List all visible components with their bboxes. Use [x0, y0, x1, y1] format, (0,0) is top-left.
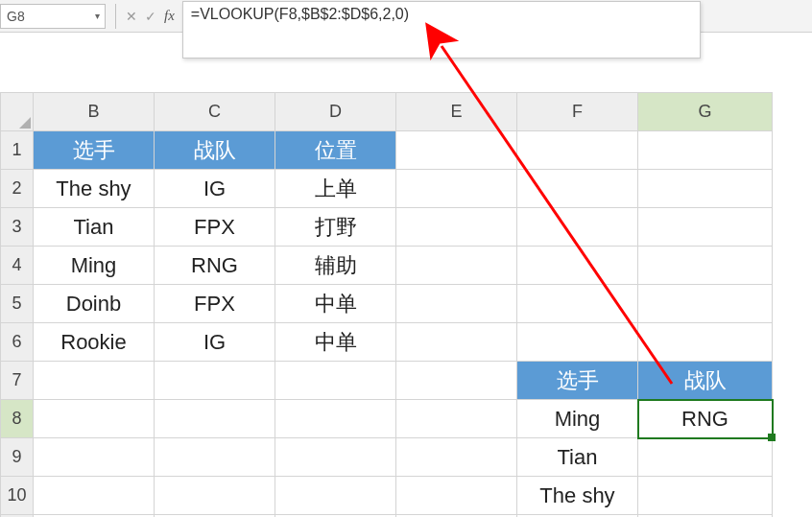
formula-input[interactable]: =VLOOKUP(F8,$B$2:$D$6,2,0) [182, 1, 701, 59]
cell-E2[interactable] [396, 170, 517, 208]
cell-F3[interactable] [517, 208, 638, 247]
col-header-G[interactable]: G [638, 93, 773, 131]
row-header-3[interactable]: 3 [1, 208, 34, 247]
cancel-icon[interactable]: ✕ [122, 5, 141, 28]
row-10: 10 The shy [1, 477, 773, 515]
row-header-8[interactable]: 8 [1, 400, 34, 438]
row-3: 3 Tian FPX 打野 [1, 208, 773, 247]
cell-E6[interactable] [396, 323, 517, 362]
cell-D5[interactable]: 中单 [275, 285, 396, 323]
cell-D2[interactable]: 上单 [275, 170, 396, 208]
cell-G6[interactable] [638, 323, 773, 362]
cell-E4[interactable] [396, 247, 517, 285]
cell-E7[interactable] [396, 362, 517, 400]
select-all-corner[interactable] [1, 93, 34, 131]
cell-C3[interactable]: FPX [155, 208, 275, 247]
cell-B6[interactable]: Rookie [34, 323, 155, 362]
cell-F4[interactable] [517, 247, 638, 285]
cell-E9[interactable] [396, 438, 517, 477]
cell-F8[interactable]: Ming [517, 400, 638, 438]
cell-C9[interactable] [155, 438, 275, 477]
cell-B1[interactable]: 选手 [34, 131, 155, 170]
cell-C7[interactable] [155, 362, 275, 400]
cell-B3[interactable]: Tian [34, 208, 155, 247]
col-header-C[interactable]: C [155, 93, 275, 131]
cell-B7[interactable] [34, 362, 155, 400]
col-header-D[interactable]: D [275, 93, 396, 131]
cell-G4[interactable] [638, 247, 773, 285]
chevron-down-icon[interactable]: ▾ [89, 11, 105, 21]
cell-B2[interactable]: The shy [34, 170, 155, 208]
col-header-E[interactable]: E [396, 93, 517, 131]
cell-B9[interactable] [34, 438, 155, 477]
cell-F6[interactable] [517, 323, 638, 362]
row-header-10[interactable]: 10 [1, 477, 34, 515]
col-header-B[interactable]: B [34, 93, 155, 131]
row-7: 7 选手 战队 [1, 362, 773, 400]
cell-F7[interactable]: 选手 [517, 362, 638, 400]
row-9: 9 Tian [1, 438, 773, 477]
cell-E8[interactable] [396, 400, 517, 438]
cell-F2[interactable] [517, 170, 638, 208]
cell-C6[interactable]: IG [155, 323, 275, 362]
cell-G9[interactable] [638, 438, 773, 477]
cell-E10[interactable] [396, 477, 517, 515]
cell-B10[interactable] [34, 477, 155, 515]
cell-E1[interactable] [396, 131, 517, 170]
cell-G7[interactable]: 战队 [638, 362, 773, 400]
column-header-row: B C D E F G [1, 93, 773, 131]
cell-B8[interactable] [34, 400, 155, 438]
cell-F5[interactable] [517, 285, 638, 323]
cell-F9[interactable]: Tian [517, 438, 638, 477]
row-header-9[interactable]: 9 [1, 438, 34, 477]
cell-C1[interactable]: 战队 [155, 131, 275, 170]
name-box[interactable]: G8 ▾ [0, 4, 106, 29]
cell-E3[interactable] [396, 208, 517, 247]
col-header-F[interactable]: F [517, 93, 638, 131]
grid-table[interactable]: B C D E F G 1 选手 战队 位置 2 The shy IG 上单 3… [0, 92, 773, 517]
row-header-7[interactable]: 7 [1, 362, 34, 400]
row-header-1[interactable]: 1 [1, 131, 34, 170]
cell-G5[interactable] [638, 285, 773, 323]
cell-E5[interactable] [396, 285, 517, 323]
cell-F10[interactable]: The shy [517, 477, 638, 515]
cell-G8[interactable]: RNG [638, 400, 773, 438]
formula-region: =VLOOKUP(F8,$B$2:$D$6,2,0) [182, 0, 812, 32]
row-2: 2 The shy IG 上单 [1, 170, 773, 208]
row-6: 6 Rookie IG 中单 [1, 323, 773, 362]
row-header-5[interactable]: 5 [1, 285, 34, 323]
spreadsheet-grid: B C D E F G 1 选手 战队 位置 2 The shy IG 上单 3… [0, 92, 812, 517]
cell-B5[interactable]: Doinb [34, 285, 155, 323]
cell-G3[interactable] [638, 208, 773, 247]
cell-C5[interactable]: FPX [155, 285, 275, 323]
cell-C8[interactable] [155, 400, 275, 438]
name-box-value: G8 [1, 9, 89, 24]
cell-C4[interactable]: RNG [155, 247, 275, 285]
cell-B4[interactable]: Ming [34, 247, 155, 285]
row-header-4[interactable]: 4 [1, 247, 34, 285]
enter-icon[interactable]: ✓ [141, 5, 160, 28]
row-5: 5 Doinb FPX 中单 [1, 285, 773, 323]
cell-C10[interactable] [155, 477, 275, 515]
cell-G1[interactable] [638, 131, 773, 170]
row-header-2[interactable]: 2 [1, 170, 34, 208]
row-1: 1 选手 战队 位置 [1, 131, 773, 170]
cell-D10[interactable] [275, 477, 396, 515]
cell-D9[interactable] [275, 438, 396, 477]
row-header-6[interactable]: 6 [1, 323, 34, 362]
row-4: 4 Ming RNG 辅助 [1, 247, 773, 285]
cell-D7[interactable] [275, 362, 396, 400]
cell-G2[interactable] [638, 170, 773, 208]
fx-icon[interactable]: fx [164, 8, 175, 24]
cell-G10[interactable] [638, 477, 773, 515]
cell-D6[interactable]: 中单 [275, 323, 396, 362]
cell-D1[interactable]: 位置 [275, 131, 396, 170]
row-8: 8 Ming RNG [1, 400, 773, 438]
separator [115, 4, 116, 29]
cell-F1[interactable] [517, 131, 638, 170]
cell-D8[interactable] [275, 400, 396, 438]
cell-D4[interactable]: 辅助 [275, 247, 396, 285]
cell-C2[interactable]: IG [155, 170, 275, 208]
cell-D3[interactable]: 打野 [275, 208, 396, 247]
formula-bar: G8 ▾ ✕ ✓ fx =VLOOKUP(F8,$B$2:$D$6,2,0) [0, 0, 812, 33]
